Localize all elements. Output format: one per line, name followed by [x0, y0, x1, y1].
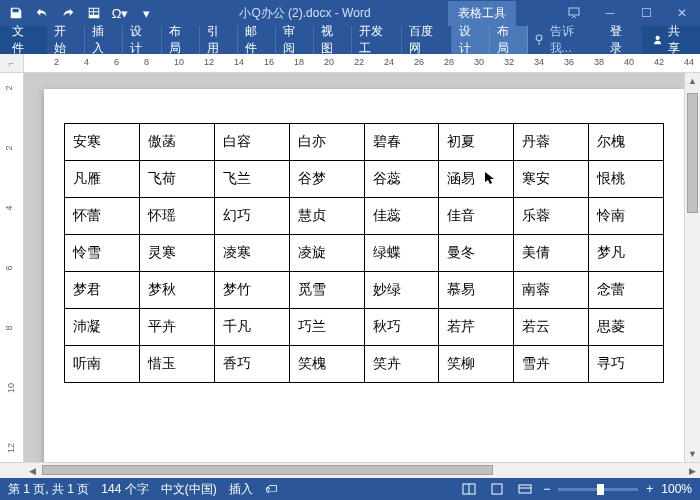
table-cell[interactable]: 思菱	[589, 309, 664, 346]
scroll-thumb[interactable]	[687, 93, 698, 213]
tab-mailings[interactable]: 邮件	[238, 26, 276, 54]
table-cell[interactable]: 白亦	[289, 124, 364, 161]
table-cell[interactable]: 平卉	[139, 309, 214, 346]
table-cell[interactable]: 梦君	[65, 272, 140, 309]
tab-references[interactable]: 引用	[200, 26, 238, 54]
table-cell[interactable]: 傲菡	[139, 124, 214, 161]
redo-icon[interactable]	[56, 2, 80, 24]
table-cell[interactable]: 梦竹	[214, 272, 289, 309]
table-cell[interactable]: 笑卉	[364, 346, 439, 383]
status-extra-icon[interactable]: 🏷	[265, 482, 277, 496]
vertical-ruler[interactable]: 224681012	[0, 73, 24, 462]
table-cell[interactable]: 怜南	[589, 198, 664, 235]
table-cell[interactable]: 谷梦	[289, 161, 364, 198]
table-icon[interactable]	[82, 2, 106, 24]
table-cell[interactable]: 笑槐	[289, 346, 364, 383]
scroll-down-icon[interactable]: ▼	[685, 446, 700, 462]
status-lang[interactable]: 中文(中国)	[161, 481, 217, 498]
status-words[interactable]: 144 个字	[101, 481, 148, 498]
table-cell[interactable]: 若芹	[439, 309, 514, 346]
zoom-out-button[interactable]: −	[543, 482, 550, 496]
table-cell[interactable]: 听南	[65, 346, 140, 383]
save-icon[interactable]	[4, 2, 28, 24]
table-cell[interactable]: 怜雪	[65, 235, 140, 272]
table-cell[interactable]: 沛凝	[65, 309, 140, 346]
scroll-right-icon[interactable]: ▶	[684, 463, 700, 479]
table-cell[interactable]: 凡雁	[65, 161, 140, 198]
login-button[interactable]: 登录	[600, 23, 643, 57]
table-cell[interactable]: 香巧	[214, 346, 289, 383]
scroll-up-icon[interactable]: ▲	[685, 73, 700, 89]
table-cell[interactable]: 梦秋	[139, 272, 214, 309]
tab-developer[interactable]: 开发工	[352, 26, 402, 54]
table-cell[interactable]: 涵易	[439, 161, 514, 198]
tab-design[interactable]: 设计	[123, 26, 161, 54]
table-cell[interactable]: 若云	[514, 309, 589, 346]
table-cell[interactable]: 恨桃	[589, 161, 664, 198]
table[interactable]: 安寒傲菡白容白亦碧春初夏丹蓉尔槐凡雁飞荷飞兰谷梦谷蕊涵易寒安恨桃怀蕾怀瑶幻巧慧贞…	[64, 123, 664, 383]
table-cell[interactable]: 碧春	[364, 124, 439, 161]
table-cell[interactable]: 秋巧	[364, 309, 439, 346]
table-cell[interactable]: 慕易	[439, 272, 514, 309]
table-cell[interactable]: 谷蕊	[364, 161, 439, 198]
table-cell[interactable]: 美倩	[514, 235, 589, 272]
table-cell[interactable]: 乐蓉	[514, 198, 589, 235]
table-cell[interactable]: 初夏	[439, 124, 514, 161]
table-cell[interactable]: 千凡	[214, 309, 289, 346]
view-read-icon[interactable]	[459, 481, 479, 497]
table-cell[interactable]: 丹蓉	[514, 124, 589, 161]
table-cell[interactable]: 巧兰	[289, 309, 364, 346]
document-area[interactable]: 安寒傲菡白容白亦碧春初夏丹蓉尔槐凡雁飞荷飞兰谷梦谷蕊涵易寒安恨桃怀蕾怀瑶幻巧慧贞…	[24, 73, 684, 462]
zoom-slider[interactable]	[558, 488, 638, 491]
table-cell[interactable]: 飞兰	[214, 161, 289, 198]
tab-view[interactable]: 视图	[314, 26, 352, 54]
table-cell[interactable]: 笑柳	[439, 346, 514, 383]
share-button[interactable]: 共享	[642, 26, 700, 54]
table-cell[interactable]: 怀蕾	[65, 198, 140, 235]
tab-file[interactable]: 文件	[0, 26, 47, 54]
tab-table-design[interactable]: 设计	[452, 26, 490, 54]
table-cell[interactable]: 觅雪	[289, 272, 364, 309]
table-cell[interactable]: 寒安	[514, 161, 589, 198]
status-insert[interactable]: 插入	[229, 481, 253, 498]
undo-icon[interactable]	[30, 2, 54, 24]
horizontal-ruler[interactable]: 2468101214161820222426283032343638404244	[24, 54, 700, 72]
tell-me[interactable]: 告诉我...	[528, 26, 600, 54]
scroll-left-icon[interactable]: ◀	[24, 463, 40, 479]
table-cell[interactable]: 佳音	[439, 198, 514, 235]
table-cell[interactable]: 安寒	[65, 124, 140, 161]
hscroll-thumb[interactable]	[42, 465, 493, 475]
table-cell[interactable]: 灵寒	[139, 235, 214, 272]
table-cell[interactable]: 雪卉	[514, 346, 589, 383]
table-cell[interactable]: 飞荷	[139, 161, 214, 198]
table-cell[interactable]: 怀瑶	[139, 198, 214, 235]
zoom-thumb[interactable]	[597, 484, 604, 495]
table-cell[interactable]: 念蕾	[589, 272, 664, 309]
table-cell[interactable]: 慧贞	[289, 198, 364, 235]
table-cell[interactable]: 凌寒	[214, 235, 289, 272]
qat-dropdown-icon[interactable]: ▾	[134, 2, 158, 24]
table-cell[interactable]: 尔槐	[589, 124, 664, 161]
table-cell[interactable]: 妙绿	[364, 272, 439, 309]
status-page[interactable]: 第 1 页, 共 1 页	[8, 481, 89, 498]
zoom-level[interactable]: 100%	[661, 482, 692, 496]
omega-icon[interactable]: Ω▾	[108, 2, 132, 24]
tab-home[interactable]: 开始	[47, 26, 85, 54]
horizontal-scrollbar[interactable]: ◀ ▶	[0, 462, 700, 478]
view-print-icon[interactable]	[487, 481, 507, 497]
table-cell[interactable]: 寻巧	[589, 346, 664, 383]
zoom-in-button[interactable]: +	[646, 482, 653, 496]
tab-layout[interactable]: 布局	[162, 26, 200, 54]
table-cell[interactable]: 南蓉	[514, 272, 589, 309]
view-web-icon[interactable]	[515, 481, 535, 497]
table-cell[interactable]: 绿蝶	[364, 235, 439, 272]
table-cell[interactable]: 佳蕊	[364, 198, 439, 235]
tab-table-layout[interactable]: 布局	[490, 26, 528, 54]
vertical-scrollbar[interactable]: ▲ ▼	[684, 73, 700, 462]
table-cell[interactable]: 凌旋	[289, 235, 364, 272]
tab-baidu[interactable]: 百度网	[402, 26, 452, 54]
tab-review[interactable]: 审阅	[276, 26, 314, 54]
table-cell[interactable]: 梦凡	[589, 235, 664, 272]
table-cell[interactable]: 白容	[214, 124, 289, 161]
table-cell[interactable]: 惜玉	[139, 346, 214, 383]
